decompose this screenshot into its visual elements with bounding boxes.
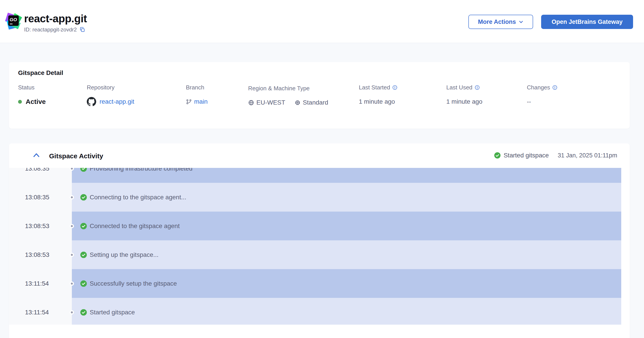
log-row: 13:11:54 Started gitspace — [9, 298, 630, 325]
last-started-label: Last Started — [359, 84, 390, 91]
log-message: Provisioning infrastructure completed — [90, 168, 192, 172]
field-changes: Changes -- — [527, 84, 558, 107]
open-gateway-label: Open JetBrains Gateway — [552, 18, 622, 25]
log-time: 13:08:53 — [25, 251, 49, 258]
check-circle-icon — [80, 168, 87, 172]
log-time: 13:11:54 — [25, 309, 49, 316]
changes-value: -- — [527, 98, 531, 105]
gitspace-id: ID: reactappgit-zovdr2 — [24, 26, 77, 33]
field-branch: Branch main — [186, 84, 208, 107]
log-message: Connected to the gitspace agent — [90, 223, 180, 230]
check-circle-icon — [80, 223, 87, 229]
check-circle-icon — [494, 152, 500, 159]
log-message: Setting up the gitspace... — [90, 251, 158, 258]
github-icon — [87, 97, 96, 106]
last-used-value: 1 minute ago — [446, 98, 482, 105]
region-value: EU-WEST — [256, 99, 285, 106]
log-message: Successfully setup the gitspace — [90, 280, 177, 287]
repository-label: Repository — [87, 84, 114, 91]
page-header: GO react-app.git ID: reactappgit-zovdr2 … — [0, 0, 644, 43]
git-branch-icon — [186, 99, 192, 105]
field-last-started: Last Started 1 minute ago — [359, 84, 398, 107]
last-used-label: Last Used — [446, 84, 472, 91]
check-circle-icon — [80, 252, 87, 258]
log-message: Started gitspace — [90, 309, 135, 316]
log-row: 13:08:35 Provisioning infrastructure com… — [9, 168, 630, 183]
last-started-value: 1 minute ago — [359, 98, 395, 105]
cpu-chip-icon — [294, 100, 300, 106]
field-status: Status Active — [18, 84, 46, 107]
more-actions-button[interactable]: More Actions — [468, 15, 533, 29]
log-row: 13:08:53 Setting up the gitspace... — [9, 240, 630, 269]
activity-status-label: Started gitspace — [504, 152, 549, 159]
timeline-dot — [70, 195, 74, 199]
chevron-down-icon — [518, 19, 524, 24]
check-circle-icon — [80, 309, 87, 316]
activity-latest-status: Started gitspace 31 Jan, 2025 01:11pm — [494, 152, 617, 159]
chevron-up-icon[interactable] — [33, 153, 40, 158]
goland-ide-icon: GO — [7, 13, 20, 28]
log-time: 13:11:54 — [25, 280, 49, 287]
machine-type-value: Standard — [303, 99, 328, 106]
gitspace-detail-card: Gitspace Detail Status Active Repository… — [9, 62, 630, 129]
field-last-used: Last Used 1 minute ago — [446, 84, 482, 107]
branch-link[interactable]: main — [194, 98, 208, 105]
log-time: 13:08:35 — [25, 194, 49, 201]
info-icon[interactable] — [552, 85, 558, 90]
info-icon[interactable] — [392, 85, 398, 90]
log-rows: 13:08:35 Provisioning infrastructure com… — [9, 168, 630, 325]
log-row: 13:11:54 Successfully setup the gitspace — [9, 269, 630, 298]
log-message: Connecting to the gitspace agent... — [90, 194, 186, 201]
field-region-machine: Region & Machine Type EU-WEST Standard — [248, 85, 328, 107]
more-actions-label: More Actions — [478, 18, 516, 25]
activity-log-viewport[interactable]: 13:08:35 Provisioning infrastructure com… — [9, 168, 630, 325]
gitspace-activity-card: Gitspace Activity Started gitspace 31 Ja… — [9, 143, 630, 338]
timeline-dot — [70, 224, 74, 228]
timeline-dot — [70, 281, 74, 286]
header-identity: GO react-app.git ID: reactappgit-zovdr2 — [7, 13, 87, 33]
copy-icon[interactable] — [80, 27, 85, 32]
activity-title: Gitspace Activity — [49, 152, 103, 160]
log-time: 13:08:53 — [25, 223, 49, 230]
activity-header: Gitspace Activity Started gitspace 31 Ja… — [9, 143, 630, 168]
timeline-dot — [70, 310, 74, 314]
status-value: Active — [26, 98, 46, 105]
open-jetbrains-gateway-button[interactable]: Open JetBrains Gateway — [541, 15, 633, 29]
branch-label: Branch — [186, 84, 204, 91]
activity-status-time: 31 Jan, 2025 01:11pm — [558, 152, 617, 159]
log-row: 13:08:53 Connected to the gitspace agent — [9, 212, 630, 240]
globe-icon — [248, 100, 254, 106]
timeline-dot — [70, 253, 74, 257]
check-circle-icon — [80, 280, 87, 287]
region-machine-label: Region & Machine Type — [248, 85, 310, 92]
repository-link[interactable]: react-app.git — [100, 98, 134, 105]
detail-card-title: Gitspace Detail — [18, 69, 63, 76]
check-circle-icon — [80, 194, 87, 200]
log-time: 13:08:35 — [25, 168, 49, 172]
log-row: 13:08:35 Connecting to the gitspace agen… — [9, 183, 630, 212]
field-repository: Repository react-app.git — [87, 84, 134, 107]
status-label: Status — [18, 84, 34, 91]
status-active-dot — [18, 100, 22, 104]
page-title: react-app.git — [24, 13, 87, 24]
changes-label: Changes — [527, 84, 550, 91]
goland-logo-text: GO — [10, 17, 17, 22]
info-icon[interactable] — [475, 85, 480, 90]
